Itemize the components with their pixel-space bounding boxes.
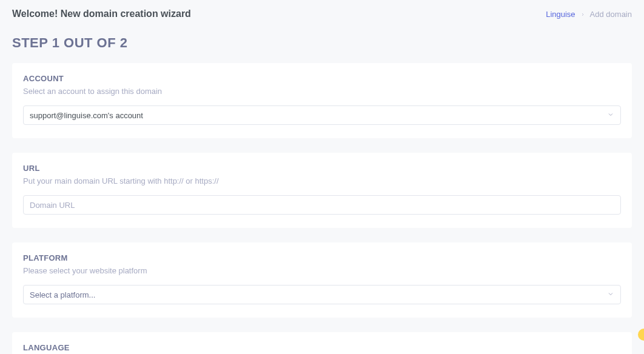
url-input[interactable]	[23, 195, 621, 215]
account-select-value: support@linguise.com's account	[30, 111, 607, 120]
breadcrumb-current: Add domain	[590, 10, 632, 19]
page-title: Welcome! New domain creation wizard	[12, 8, 191, 19]
platform-label: PLATFORM	[23, 253, 621, 262]
account-label: ACCOUNT	[23, 74, 621, 83]
platform-select-placeholder: Select a platform...	[30, 290, 607, 299]
url-label: URL	[23, 164, 621, 173]
step-title: STEP 1 OUT OF 2	[0, 24, 644, 63]
help-badge-icon[interactable]	[638, 329, 644, 341]
platform-card: PLATFORM Please select your website plat…	[12, 242, 632, 318]
platform-sublabel: Please select your website platform	[23, 266, 621, 275]
account-sublabel: Select an account to assign this domain	[23, 87, 621, 96]
page-header: Welcome! New domain creation wizard Ling…	[0, 0, 644, 24]
language-label: LANGUAGE	[23, 343, 621, 352]
platform-select[interactable]: Select a platform...	[23, 285, 621, 304]
account-card: ACCOUNT Select an account to assign this…	[12, 63, 632, 138]
breadcrumb: Linguise Add domain	[546, 10, 632, 19]
language-card: LANGUAGE	[12, 332, 632, 354]
url-card: URL Put your main domain URL starting wi…	[12, 153, 632, 228]
url-sublabel: Put your main domain URL starting with h…	[23, 176, 621, 185]
chevron-right-icon	[580, 10, 585, 19]
account-select[interactable]: support@linguise.com's account	[23, 105, 621, 125]
chevron-down-icon	[607, 289, 614, 300]
chevron-down-icon	[607, 110, 614, 121]
breadcrumb-link-linguise[interactable]: Linguise	[546, 10, 575, 19]
